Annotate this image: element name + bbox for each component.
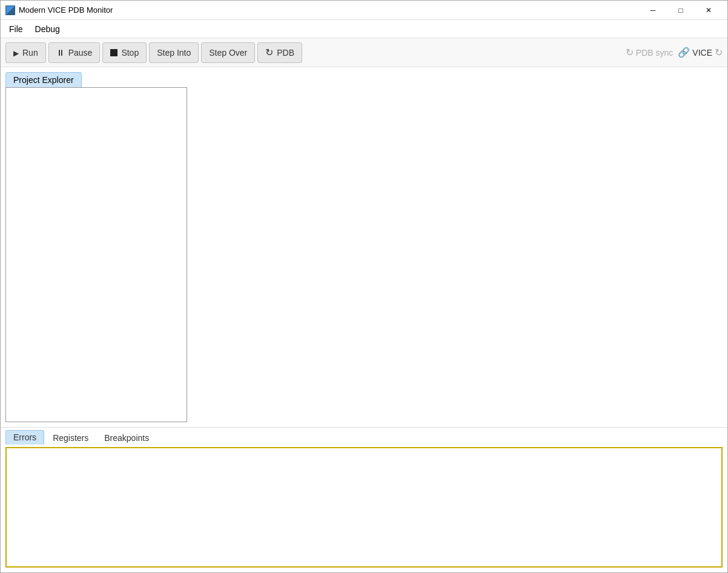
step-over-button[interactable]: Step Over xyxy=(201,42,255,63)
step-into-button[interactable]: Step Into xyxy=(149,42,199,63)
bottom-tabs: Errors Registers Breakpoints xyxy=(5,430,723,445)
pause-button[interactable]: ⏸ Pause xyxy=(48,42,101,63)
menubar: File Debug xyxy=(1,20,727,38)
vice-link-icon: 🔗 xyxy=(678,47,690,58)
step-over-label: Step Over xyxy=(209,48,247,58)
pdb-sync-refresh-icon: ↻ xyxy=(626,47,634,58)
toolbar: Run ⏸ Pause Stop Step Into Step Over ↻ P… xyxy=(1,38,727,67)
close-button[interactable]: ✕ xyxy=(695,1,723,20)
project-explorer-label: Project Explorer xyxy=(5,72,82,88)
minimize-button[interactable]: ─ xyxy=(639,1,667,20)
pdb-sync-label: PDB sync xyxy=(636,48,673,58)
main-window: Modern VICE PDB Monitor ─ □ ✕ File Debug… xyxy=(0,0,728,573)
pdb-refresh-icon: ↻ xyxy=(265,47,273,58)
stop-button[interactable]: Stop xyxy=(102,42,147,63)
bottom-content-area[interactable] xyxy=(5,447,723,568)
vice-label: VICE xyxy=(692,48,712,58)
menu-file[interactable]: File xyxy=(3,22,29,36)
maximize-button[interactable]: □ xyxy=(667,1,695,20)
main-content: Project Explorer Errors Registers Breakp… xyxy=(1,67,727,572)
pdb-button[interactable]: ↻ PDB xyxy=(257,42,302,63)
pause-icon: ⏸ xyxy=(56,48,65,58)
run-button[interactable]: Run xyxy=(5,42,46,63)
menu-debug[interactable]: Debug xyxy=(29,22,66,36)
vice-refresh-icon: ↻ xyxy=(715,47,723,58)
stop-icon xyxy=(110,49,117,56)
pdb-sync-group: ↻ PDB sync xyxy=(626,47,673,58)
tab-registers[interactable]: Registers xyxy=(45,431,96,445)
project-tree[interactable] xyxy=(5,87,187,422)
project-section: Project Explorer xyxy=(1,67,727,427)
titlebar: Modern VICE PDB Monitor ─ □ ✕ xyxy=(1,1,727,20)
tab-breakpoints[interactable]: Breakpoints xyxy=(97,431,156,445)
window-title: Modern VICE PDB Monitor xyxy=(19,5,639,15)
stop-label: Stop xyxy=(121,48,139,58)
run-label: Run xyxy=(22,48,38,58)
app-icon xyxy=(5,5,15,15)
pause-label: Pause xyxy=(68,48,93,58)
toolbar-right: ↻ PDB sync 🔗 VICE ↻ xyxy=(626,47,723,58)
tab-errors[interactable]: Errors xyxy=(5,430,44,445)
bottom-panel: Errors Registers Breakpoints xyxy=(1,427,727,572)
vice-group: 🔗 VICE ↻ xyxy=(678,47,723,58)
project-explorer-tab[interactable]: Project Explorer xyxy=(5,72,723,87)
titlebar-controls: ─ □ ✕ xyxy=(639,1,723,20)
play-icon xyxy=(13,48,19,58)
step-into-label: Step Into xyxy=(157,48,191,58)
pdb-label: PDB xyxy=(277,48,294,58)
